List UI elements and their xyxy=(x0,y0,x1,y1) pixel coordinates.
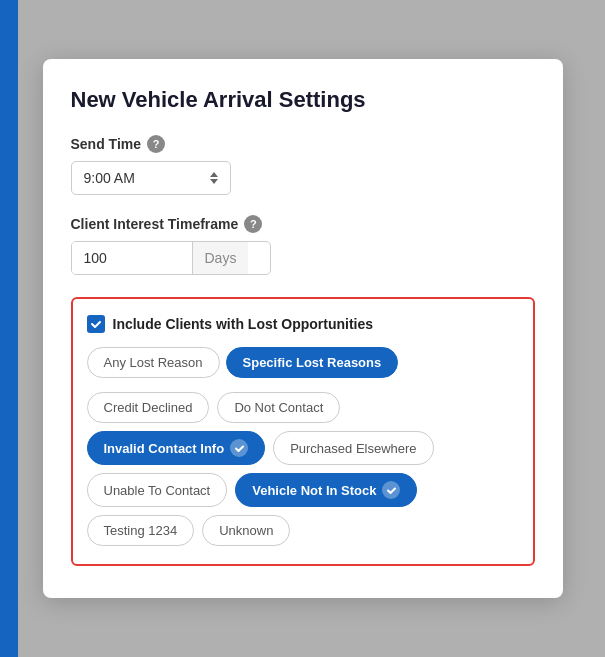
lost-reason-tabs: Any Lost Reason Specific Lost Reasons xyxy=(87,347,519,378)
lost-reason-pills: Credit Declined Do Not Contact Invalid C… xyxy=(87,392,519,546)
tab-any-lost-reason[interactable]: Any Lost Reason xyxy=(87,347,220,378)
send-time-select[interactable]: 9:00 AM xyxy=(71,161,231,195)
sidebar-accent xyxy=(0,0,18,657)
pill-invalid-contact[interactable]: Invalid Contact Info xyxy=(87,431,266,465)
timeframe-unit: Days xyxy=(192,242,249,274)
lost-opps-checkbox[interactable] xyxy=(87,315,105,333)
modal-title: New Vehicle Arrival Settings xyxy=(71,87,535,113)
timeframe-section: Client Interest Timeframe ? Days xyxy=(71,215,535,275)
lost-opps-checkbox-row: Include Clients with Lost Opportunities xyxy=(87,315,519,333)
pill-vehicle-not-in-stock[interactable]: Vehicle Not In Stock xyxy=(235,473,417,507)
timeframe-help-icon[interactable]: ? xyxy=(244,215,262,233)
send-time-label: Send Time ? xyxy=(71,135,535,153)
pill-testing-1234[interactable]: Testing 1234 xyxy=(87,515,195,546)
send-time-help-icon[interactable]: ? xyxy=(147,135,165,153)
pill-invalid-contact-check xyxy=(230,439,248,457)
pill-do-not-contact[interactable]: Do Not Contact xyxy=(217,392,340,423)
pill-purchased-elsewhere[interactable]: Purchased Elsewhere xyxy=(273,431,433,465)
pill-credit-declined[interactable]: Credit Declined xyxy=(87,392,210,423)
timeframe-input-group: Days xyxy=(71,241,271,275)
timeframe-input[interactable] xyxy=(72,242,192,274)
send-time-section: Send Time ? 9:00 AM xyxy=(71,135,535,195)
lost-opps-label: Include Clients with Lost Opportunities xyxy=(113,316,374,332)
time-spinner-icon xyxy=(210,172,218,184)
send-time-value: 9:00 AM xyxy=(84,170,135,186)
pill-checkmark-icon xyxy=(234,443,245,454)
pill-vehicle-checkmark-icon xyxy=(386,485,397,496)
pill-unable-to-contact[interactable]: Unable To Contact xyxy=(87,473,228,507)
tab-specific-lost-reasons[interactable]: Specific Lost Reasons xyxy=(226,347,399,378)
pill-unknown[interactable]: Unknown xyxy=(202,515,290,546)
timeframe-label: Client Interest Timeframe ? xyxy=(71,215,535,233)
modal: New Vehicle Arrival Settings Send Time ?… xyxy=(43,59,563,598)
pill-vehicle-check xyxy=(382,481,400,499)
checkmark-icon xyxy=(90,318,102,330)
lost-opportunities-box: Include Clients with Lost Opportunities … xyxy=(71,297,535,566)
